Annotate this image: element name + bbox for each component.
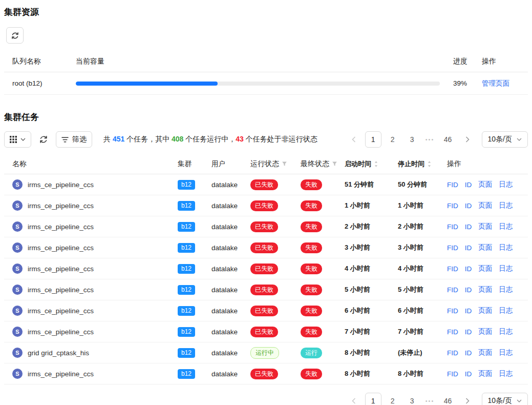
cluster-tag: b12	[178, 306, 195, 316]
log-link[interactable]: 日志	[499, 264, 513, 273]
log-link[interactable]: 日志	[499, 369, 513, 378]
fid-link[interactable]: FID	[447, 181, 458, 189]
log-link[interactable]: 日志	[499, 222, 513, 231]
id-link[interactable]: ID	[465, 328, 472, 336]
fid-link[interactable]: FID	[447, 223, 458, 231]
log-link[interactable]: 日志	[499, 285, 513, 294]
avatar: S	[12, 327, 23, 337]
page-link[interactable]: 页面	[478, 180, 492, 189]
page-button-3[interactable]: 3	[404, 131, 420, 148]
chevron-right-icon	[465, 398, 470, 404]
page-button-2[interactable]: 2	[385, 131, 401, 148]
log-link[interactable]: 日志	[499, 201, 513, 210]
col-stop-time-label: 停止时间	[398, 159, 424, 169]
stop-time-cell: 8 小时前	[398, 369, 447, 378]
page-button-1[interactable]: 1	[365, 393, 381, 405]
page-button-2[interactable]: 2	[385, 393, 401, 405]
user-cell: datalake	[211, 328, 250, 336]
id-link[interactable]: ID	[465, 202, 472, 210]
page-link[interactable]: 页面	[478, 327, 492, 336]
log-link[interactable]: 日志	[499, 327, 513, 336]
id-link[interactable]: ID	[465, 349, 472, 357]
sort-icon[interactable]	[374, 160, 378, 168]
cluster-tag: b12	[178, 201, 195, 211]
page-link[interactable]: 页面	[478, 264, 492, 273]
filter-icon[interactable]	[282, 161, 287, 167]
page-link[interactable]: 页面	[478, 201, 492, 210]
pagination-top: 1 2 3 ••• 46 10条/页	[346, 131, 528, 148]
prev-page-button[interactable]	[346, 393, 362, 405]
id-link[interactable]: ID	[465, 307, 472, 315]
page-button-last[interactable]: 46	[440, 131, 456, 148]
filter-icon[interactable]	[332, 161, 337, 167]
layout-dropdown-button[interactable]	[4, 131, 31, 148]
page-button-1[interactable]: 1	[365, 131, 381, 148]
id-link[interactable]: ID	[465, 181, 472, 189]
table-row: S grid grid_cptask_his b12 datalake 运行中 …	[4, 342, 528, 363]
page-link[interactable]: 页面	[478, 285, 492, 294]
fid-link[interactable]: FID	[447, 265, 458, 273]
log-link[interactable]: 日志	[499, 348, 513, 357]
next-page-button[interactable]	[459, 393, 476, 405]
col-cluster-label: 集群	[178, 159, 192, 169]
stop-time-cell: 7 小时前	[398, 327, 447, 336]
page-size-select[interactable]: 10条/页	[482, 393, 528, 405]
id-link[interactable]: ID	[465, 370, 472, 378]
final-status-badge: 失败	[301, 221, 322, 232]
sort-icon[interactable]	[427, 160, 432, 168]
table-row: S irms_ce_pipeline_ccs b12 datalake 已失败 …	[4, 300, 528, 321]
fid-link[interactable]: FID	[447, 349, 458, 357]
avatar: S	[12, 369, 23, 379]
summary-text: 个任务处于非运行状态	[244, 135, 317, 143]
run-status-badge: 已失败	[250, 285, 278, 295]
manage-page-link[interactable]: 管理页面	[482, 79, 509, 87]
fid-link[interactable]: FID	[447, 328, 458, 336]
final-status-badge: 失败	[301, 179, 322, 190]
page-link[interactable]: 页面	[478, 306, 492, 315]
fid-link[interactable]: FID	[447, 370, 458, 378]
fid-link[interactable]: FID	[447, 286, 458, 294]
task-name: irms_ce_pipeline_ccs	[28, 244, 94, 252]
id-link[interactable]: ID	[465, 244, 472, 252]
page-link[interactable]: 页面	[478, 222, 492, 231]
log-link[interactable]: 日志	[499, 243, 513, 252]
page-size-select[interactable]: 10条/页	[482, 131, 528, 148]
log-link[interactable]: 日志	[499, 306, 513, 315]
summary-text: 共	[103, 135, 113, 143]
prev-page-button[interactable]	[346, 131, 362, 148]
resources-refresh-button[interactable]	[6, 27, 24, 44]
next-page-button[interactable]	[459, 131, 476, 148]
start-time-cell: 5 小时前	[345, 285, 398, 294]
fid-link[interactable]: FID	[447, 307, 458, 315]
page-link[interactable]: 页面	[478, 243, 492, 252]
filter-button[interactable]: 筛选	[56, 131, 92, 148]
run-status-badge: 已失败	[250, 242, 278, 253]
run-status-badge: 已失败	[250, 369, 278, 379]
cluster-tag: b12	[178, 348, 195, 358]
running-count: 408	[172, 135, 183, 143]
log-link[interactable]: 日志	[499, 180, 513, 189]
fid-link[interactable]: FID	[447, 244, 458, 252]
id-link[interactable]: ID	[465, 265, 472, 273]
stop-time-cell: 6 小时前	[398, 306, 447, 315]
capacity-progress-bar	[76, 82, 440, 86]
page-link[interactable]: 页面	[478, 348, 492, 357]
avatar: S	[12, 348, 23, 358]
task-name: irms_ce_pipeline_ccs	[28, 202, 94, 210]
page-button-last[interactable]: 46	[440, 393, 456, 405]
id-link[interactable]: ID	[465, 286, 472, 294]
tasks-refresh-button[interactable]	[38, 131, 49, 148]
page-button-3[interactable]: 3	[404, 393, 420, 405]
fid-link[interactable]: FID	[447, 202, 458, 210]
col-progress: 进度	[453, 57, 482, 66]
final-status-badge: 失败	[301, 242, 322, 253]
resources-row: root (b12) 39% 管理页面	[4, 72, 528, 95]
final-status-badge: 失败	[301, 306, 322, 316]
col-action: 操作	[482, 57, 522, 66]
page-link[interactable]: 页面	[478, 369, 492, 378]
page-ellipsis[interactable]: •••	[423, 398, 437, 404]
page-ellipsis[interactable]: •••	[423, 136, 437, 143]
id-link[interactable]: ID	[465, 223, 472, 231]
cluster-tag: b12	[178, 369, 195, 379]
col-start-time-label: 启动时间	[345, 159, 371, 169]
